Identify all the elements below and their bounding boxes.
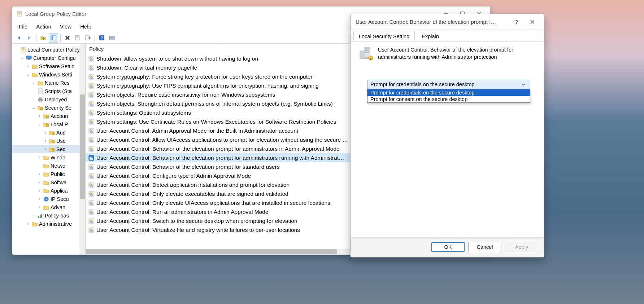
dialog-titlebar[interactable]: User Account Control: Behavior of the el… [351,14,544,30]
menu-file[interactable]: File [14,22,32,31]
chevron-right-icon[interactable]: › [43,147,48,151]
tree-item-label: Administrative [39,221,72,227]
tree-item[interactable]: ›Deployed [12,95,85,103]
policy-description: User Account Control: Behavior of the el… [378,47,537,61]
chevron-right-icon[interactable]: › [32,97,36,101]
tree-item[interactable]: Netwo [12,162,85,170]
tab-local-security-setting[interactable]: Local Security Setting [353,31,415,41]
folder-icon [43,163,49,169]
help-button[interactable]: ? [97,33,106,43]
chevron-right-icon[interactable]: › [43,139,48,143]
tree-item-label: IP Secu [51,196,69,202]
chevron-down-icon[interactable]: ⌄ [32,106,36,110]
combo-option[interactable]: Prompt for credentials on the secure des… [367,89,530,96]
up-button[interactable] [39,33,48,43]
tree-item-label: Local Computer Policy [27,47,80,53]
tree-item-label: Security Se [45,105,71,111]
tree-item[interactable]: ›Public [12,170,85,178]
chevron-right-icon[interactable]: › [38,189,42,193]
tree-item[interactable]: ›Windo [12,153,85,162]
tree-item[interactable]: ›Advan [12,203,85,211]
tree-item[interactable]: ›Software Settin [12,62,85,70]
tab-explain[interactable]: Explain [416,31,444,41]
chevron-right-icon[interactable]: › [43,131,48,135]
tree-item[interactable]: ⌄Security Se [12,103,85,112]
tree-scrollbar[interactable] [79,44,85,255]
policy-item-icon [88,218,94,224]
setting-combo[interactable]: Prompt for credentials on the secure des… [367,80,530,103]
menu-action[interactable]: Action [32,22,56,31]
ok-button[interactable]: OK [431,242,465,252]
tree-item[interactable]: ⌄Local P [12,120,85,128]
tree-item[interactable]: ›IP Secu [12,195,85,203]
dialog-buttons: OK Cancel Apply [351,237,544,257]
chevron-right-icon[interactable]: › [38,172,42,176]
policy-item-icon [88,110,94,116]
setting-combo-box[interactable]: Prompt for credentials on the secure des… [367,80,530,89]
dialog-help-button[interactable]: ? [509,15,525,29]
setting-combo-value: Prompt for credentials on the secure des… [370,81,520,87]
menu-help[interactable]: Help [76,22,96,31]
chevron-right-icon[interactable]: › [26,222,30,226]
setting-combo-list[interactable]: Prompt for credentials on the secure des… [367,89,530,103]
delete-button[interactable] [63,33,72,43]
cancel-button[interactable]: Cancel [468,242,501,252]
filter-button[interactable] [107,33,117,43]
tree-item[interactable]: Scripts (Sta [12,87,85,95]
policy-row-label: User Account Control: Only elevate execu… [96,191,288,197]
tree-item-label: Public [51,171,65,177]
policy-row-label: User Account Control: Run all administra… [96,209,268,215]
tree-item[interactable]: ⌄Computer Configu [12,54,85,62]
policy-item-icon [88,200,94,206]
chevron-down-icon[interactable]: ⌄ [38,122,42,126]
folder-icon [43,204,49,210]
script-icon [38,88,43,94]
chevron-down-icon[interactable]: ⌄ [26,72,30,76]
forward-button[interactable] [25,33,34,43]
list-hscrollbar-thumb[interactable] [86,249,337,254]
show-tree-button[interactable] [49,33,58,43]
chevron-right-icon[interactable]: › [32,81,36,85]
tree-item[interactable]: ⌄Windows Setti [12,70,85,79]
chevron-right-icon[interactable]: › [38,180,42,184]
folder-icon [32,72,38,78]
back-button[interactable] [14,33,24,43]
folder-icon [38,80,43,86]
dialog-tabs: Local Security Setting Explain [351,30,544,41]
tree-scrollbar-thumb[interactable] [80,94,85,199]
tree-item[interactable]: ›Use [12,137,85,145]
apply-button[interactable]: Apply [505,242,538,252]
policy-row-label: Shutdown: Allow system to be shut down w… [96,56,258,62]
menu-view[interactable]: View [56,22,76,31]
tree-item[interactable]: ›Aud [12,128,85,137]
tree-item[interactable]: ›Administrative [12,220,85,228]
tree-item[interactable]: ›Sec [12,145,85,153]
tree-item[interactable]: ›Policy-bas [12,211,85,220]
chevron-right-icon[interactable]: › [38,205,42,209]
chevron-right-icon[interactable]: › [38,155,42,159]
tree-item-label: Netwo [51,163,65,169]
tree-item[interactable]: ›Applica [12,186,85,195]
chevron-down-icon[interactable]: ⌄ [20,56,25,60]
tree-item-label: Applica [51,188,68,194]
lockf-icon [43,113,49,119]
properties-button[interactable] [73,33,82,43]
chevron-right-icon[interactable]: › [32,213,36,217]
tree-item[interactable]: ›Accoun [12,112,85,120]
folder-icon [43,188,49,194]
chevron-right-icon[interactable]: › [26,64,30,68]
policy-row-label: User Account Control: Admin Approval Mod… [96,128,298,134]
policy-item-icon [88,83,94,89]
tree-pane: Local Computer Policy⌄Computer Configu›S… [12,44,86,255]
export-button[interactable] [83,33,92,43]
tree-item-label: Deployed [45,97,67,102]
combo-option[interactable]: Prompt for consent on the secure desktop [367,96,530,102]
scroll-icon [20,47,26,53]
chevron-right-icon[interactable]: › [38,114,42,118]
chevron-right-icon[interactable]: › [38,197,42,201]
policy-item-icon [88,227,94,233]
tree-item[interactable]: Local Computer Policy [12,45,85,54]
dialog-close-button[interactable] [525,15,540,29]
tree-item[interactable]: ›Name Res [12,79,85,87]
tree-item[interactable]: ›Softwa [12,178,85,186]
